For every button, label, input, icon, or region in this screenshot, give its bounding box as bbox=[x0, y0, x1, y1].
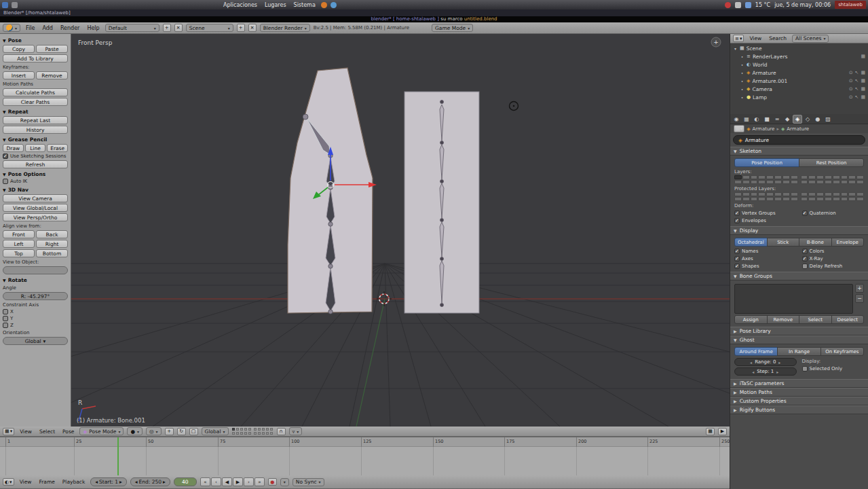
outliner-item-lamp[interactable]: •●Lamp⊙↖▦ bbox=[730, 93, 868, 101]
toolshelf-button-line[interactable]: Line bbox=[25, 144, 46, 152]
info-editor-type-button[interactable]: ▾ bbox=[3, 24, 20, 32]
render-toggle-icon[interactable]: ▦ bbox=[861, 54, 865, 59]
panel-ghost[interactable]: ▼Ghost bbox=[730, 336, 868, 344]
properties-tab-material[interactable]: ● bbox=[813, 115, 823, 124]
layer-toggle[interactable] bbox=[816, 192, 824, 196]
frame-end-field[interactable]: ◂End: 250▸ bbox=[130, 477, 170, 486]
properties-tab-scene[interactable]: ▦ bbox=[742, 115, 751, 124]
notification-icon[interactable] bbox=[725, 2, 731, 8]
layer-toggle[interactable] bbox=[782, 197, 790, 201]
layer-toggle[interactable] bbox=[848, 180, 856, 184]
delete-scene-button[interactable]: ✕ bbox=[248, 24, 257, 32]
render-opengl-anim-button[interactable]: ▶ bbox=[718, 428, 727, 435]
quaternion-checkbox[interactable]: ✓Quaternion bbox=[802, 209, 865, 217]
outliner-item-scene[interactable]: ▾▦Scene bbox=[730, 44, 868, 52]
panel-motion-paths[interactable]: ▶Motion Paths bbox=[730, 388, 868, 397]
timeline-menu-playback[interactable]: Playback bbox=[60, 479, 87, 485]
bone-group-remove-button[interactable]: − bbox=[855, 294, 864, 303]
skeleton-pose-position-button[interactable]: Pose Position bbox=[734, 158, 799, 167]
layer-toggle[interactable] bbox=[236, 428, 239, 431]
render-engine-select[interactable]: Blender Render▾ bbox=[260, 24, 310, 32]
add-scene-button[interactable]: + bbox=[237, 24, 245, 32]
layer-toggle[interactable] bbox=[808, 175, 816, 179]
select-toggle-icon[interactable]: ↖ bbox=[855, 70, 859, 75]
viewport-canvas[interactable]: R (1) Armature: Bone.001 Front Persp + bbox=[71, 34, 730, 427]
manipulator-translate-button[interactable]: + bbox=[165, 428, 174, 435]
layer-toggle[interactable] bbox=[825, 197, 832, 201]
toolshelf-button-history[interactable]: History bbox=[3, 126, 68, 134]
layer-toggle[interactable] bbox=[244, 432, 247, 435]
play-reverse-button[interactable]: ◀ bbox=[222, 477, 232, 486]
layer-toggle[interactable] bbox=[791, 175, 798, 179]
names-checkbox[interactable]: ✓Names bbox=[734, 247, 797, 255]
layer-toggle[interactable] bbox=[240, 432, 243, 435]
manipulator-scale-button[interactable]: ▢ bbox=[189, 428, 198, 435]
layer-toggle[interactable] bbox=[266, 428, 269, 431]
ghost-selected-only-checkbox[interactable]: Selected Only bbox=[802, 365, 865, 372]
properties-tab-object[interactable]: ■ bbox=[762, 115, 772, 124]
select-toggle-icon[interactable]: ↖ bbox=[855, 94, 859, 100]
layer-toggle[interactable] bbox=[236, 432, 239, 435]
outliner-editor-type-button[interactable]: ≡▾ bbox=[733, 35, 744, 42]
render-toggle-icon[interactable]: ▦ bbox=[861, 78, 865, 84]
bone-groups-list[interactable] bbox=[734, 284, 853, 314]
toolshelf-field-value[interactable] bbox=[3, 266, 68, 274]
layer-toggle[interactable] bbox=[751, 192, 758, 196]
toolshelf-button-top[interactable]: Top bbox=[3, 249, 35, 257]
display-octahedral-button[interactable]: Octahedral bbox=[734, 238, 768, 247]
layer-toggle[interactable] bbox=[833, 197, 840, 201]
toolshelf-button-add-to-library[interactable]: Add To Library bbox=[3, 54, 68, 62]
panel-pose-library[interactable]: ▶Pose Library bbox=[730, 327, 868, 336]
toolshelf-button-right[interactable]: Right bbox=[36, 240, 68, 248]
layer-toggle[interactable] bbox=[856, 175, 864, 179]
layer-toggle[interactable] bbox=[856, 180, 864, 184]
properties-tab-bone[interactable]: ◇ bbox=[803, 115, 812, 124]
skeleton-rest-position-button[interactable]: Rest Position bbox=[799, 158, 864, 167]
frame-start-field[interactable]: ◂Start: 1▸ bbox=[90, 477, 127, 486]
jump-to-start-button[interactable]: « bbox=[200, 477, 210, 486]
panel-custom-properties[interactable]: ▶Custom Properties bbox=[730, 397, 868, 405]
layer-toggle[interactable] bbox=[742, 197, 750, 201]
layer-toggle[interactable] bbox=[801, 192, 808, 196]
layer-toggle[interactable] bbox=[841, 197, 848, 201]
toolshelf-button-draw[interactable]: Draw bbox=[3, 144, 24, 152]
layer-toggle[interactable] bbox=[254, 432, 257, 435]
delete-layout-button[interactable]: ✕ bbox=[174, 24, 183, 32]
game-mode-button[interactable]: Game Mode▾ bbox=[432, 24, 473, 32]
layer-toggle[interactable] bbox=[801, 197, 808, 201]
volume-icon[interactable] bbox=[745, 2, 751, 8]
layer-toggle[interactable] bbox=[774, 180, 782, 184]
ghost-in-range-button[interactable]: In Range bbox=[777, 347, 820, 356]
delay-refresh-checkbox[interactable]: Delay Refresh bbox=[802, 262, 865, 270]
layer-toggle[interactable] bbox=[801, 175, 808, 179]
menu-file[interactable]: File bbox=[24, 25, 37, 31]
layer-toggle[interactable] bbox=[825, 192, 832, 196]
layer-toggle[interactable] bbox=[841, 192, 848, 196]
layer-toggle[interactable] bbox=[258, 432, 261, 435]
layer-toggle[interactable] bbox=[825, 175, 832, 179]
select-toggle-icon[interactable]: ↖ bbox=[855, 86, 859, 92]
eye-toggle-icon[interactable]: ⊙ bbox=[849, 94, 853, 100]
toolshelf-panel-3d-nav[interactable]: ▼3D Nav bbox=[3, 187, 68, 193]
timeline-editor-type-button[interactable]: ◐▾ bbox=[3, 478, 14, 486]
bone-groups-remove-button[interactable]: Remove bbox=[767, 315, 800, 324]
transform-orientation-select[interactable]: Global▾ bbox=[202, 427, 229, 435]
layer-toggle[interactable] bbox=[766, 175, 774, 179]
render-opengl-image-button[interactable]: ▦ bbox=[706, 428, 715, 435]
clock-applet[interactable]: jue, 5 de may, 00:06 bbox=[774, 2, 831, 8]
layer-toggle[interactable] bbox=[848, 175, 856, 179]
outliner-item-armature[interactable]: •◈Armature⊙↖▦ bbox=[730, 69, 868, 77]
layer-toggle[interactable] bbox=[782, 180, 790, 184]
pivot-point-select[interactable]: ◎▾ bbox=[146, 427, 162, 435]
panel-rigify-buttons[interactable]: ▶Rigify Buttons bbox=[730, 405, 868, 414]
properties-tab-constraints[interactable]: ≡ bbox=[772, 115, 782, 124]
layer-toggle[interactable] bbox=[833, 175, 840, 179]
layer-toggle[interactable] bbox=[774, 197, 782, 201]
toolshelf-checkbox-z[interactable]: Z bbox=[3, 323, 68, 328]
render-toggle-icon[interactable]: ▦ bbox=[861, 86, 865, 92]
viewport-menu-view[interactable]: View bbox=[18, 429, 34, 435]
layer-toggle[interactable] bbox=[856, 197, 864, 201]
toolshelf-button-copy[interactable]: Copy bbox=[3, 45, 35, 53]
eye-toggle-icon[interactable]: ⊙ bbox=[849, 70, 853, 75]
taskbar-menu-sistema[interactable]: Sistema bbox=[292, 2, 318, 8]
